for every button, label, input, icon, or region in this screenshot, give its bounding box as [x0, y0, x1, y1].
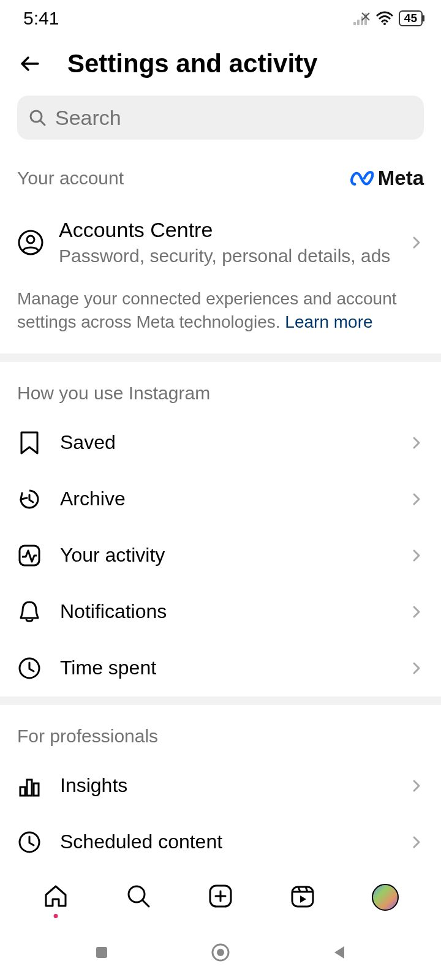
svg-point-10 — [27, 236, 34, 243]
section-your-account: Your account — [17, 168, 124, 189]
signal-icon — [353, 12, 371, 25]
svg-point-6 — [383, 23, 386, 25]
meta-logo-icon — [350, 170, 375, 187]
svg-rect-0 — [353, 22, 356, 25]
chevron-right-icon — [409, 492, 424, 507]
archive-icon — [17, 487, 42, 511]
sys-recents-icon[interactable] — [93, 944, 110, 961]
section-usage: How you use Instagram — [0, 362, 441, 415]
chevron-right-icon — [409, 661, 424, 676]
sys-back-icon[interactable] — [331, 944, 348, 961]
sys-home-icon[interactable] — [210, 942, 231, 963]
page-header: Settings and activity — [0, 37, 441, 96]
section-divider — [0, 353, 441, 362]
svg-rect-15 — [34, 783, 39, 796]
svg-rect-2 — [361, 17, 363, 25]
status-bar: 5:41 45 — [0, 0, 441, 37]
back-icon[interactable] — [17, 51, 43, 77]
row-archive[interactable]: Archive — [0, 471, 441, 527]
row-your-activity[interactable]: Your activity — [0, 527, 441, 584]
nav-create[interactable] — [207, 883, 234, 912]
person-circle-icon — [17, 229, 44, 256]
search-placeholder: Search — [55, 106, 121, 130]
svg-line-8 — [40, 121, 45, 125]
chevron-right-icon — [409, 605, 424, 619]
nav-home[interactable] — [42, 883, 69, 912]
bar-chart-icon — [17, 774, 42, 798]
row-insights[interactable]: Insights — [0, 758, 441, 814]
learn-more-link[interactable]: Learn more — [285, 312, 372, 331]
accounts-centre-row[interactable]: Accounts Centre Password, security, pers… — [0, 201, 441, 277]
status-time: 5:41 — [23, 8, 59, 29]
create-icon — [207, 883, 234, 910]
activity-icon — [17, 543, 42, 568]
section-divider — [0, 696, 441, 705]
chevron-right-icon — [409, 778, 424, 793]
page-title: Settings and activity — [67, 49, 317, 78]
accounts-centre-title: Accounts Centre — [59, 218, 394, 242]
svg-rect-14 — [27, 780, 32, 796]
svg-point-32 — [217, 949, 224, 956]
wifi-icon — [375, 11, 394, 26]
home-icon — [42, 883, 69, 910]
clock-icon — [17, 656, 42, 680]
row-notifications[interactable]: Notifications — [0, 584, 441, 640]
row-scheduled-content[interactable]: Scheduled content — [0, 814, 441, 870]
nav-reels[interactable] — [289, 883, 316, 912]
accounts-centre-subtitle: Password, security, personal details, ad… — [59, 246, 394, 266]
section-professionals: For professionals — [0, 705, 441, 758]
search-input[interactable]: Search — [17, 96, 424, 140]
chevron-right-icon — [409, 435, 424, 450]
app-bottom-nav — [0, 870, 441, 925]
chevron-right-icon — [409, 548, 424, 563]
svg-rect-30 — [96, 947, 107, 958]
svg-rect-26 — [292, 887, 313, 907]
chevron-right-icon — [409, 235, 424, 250]
svg-line-22 — [143, 900, 149, 907]
battery-icon: 45 — [399, 10, 423, 26]
row-time-spent[interactable]: Time spent — [0, 640, 441, 696]
reels-icon — [289, 883, 316, 910]
search-icon — [28, 108, 47, 127]
system-nav — [0, 925, 441, 980]
svg-rect-1 — [357, 20, 360, 25]
bookmark-icon — [18, 431, 40, 455]
row-saved[interactable]: Saved — [0, 415, 441, 471]
svg-rect-13 — [20, 787, 25, 796]
nav-profile[interactable] — [372, 884, 399, 911]
accounts-centre-description: Manage your connected experiences and ac… — [0, 277, 441, 353]
bell-icon — [18, 600, 41, 624]
chevron-right-icon — [409, 835, 424, 850]
clock-icon — [17, 830, 42, 854]
nav-search[interactable] — [125, 883, 152, 912]
search-icon — [125, 883, 152, 910]
avatar-icon — [372, 884, 399, 911]
status-icons: 45 — [353, 10, 423, 26]
meta-brand: Meta — [350, 167, 424, 190]
notification-dot-icon — [54, 914, 58, 918]
